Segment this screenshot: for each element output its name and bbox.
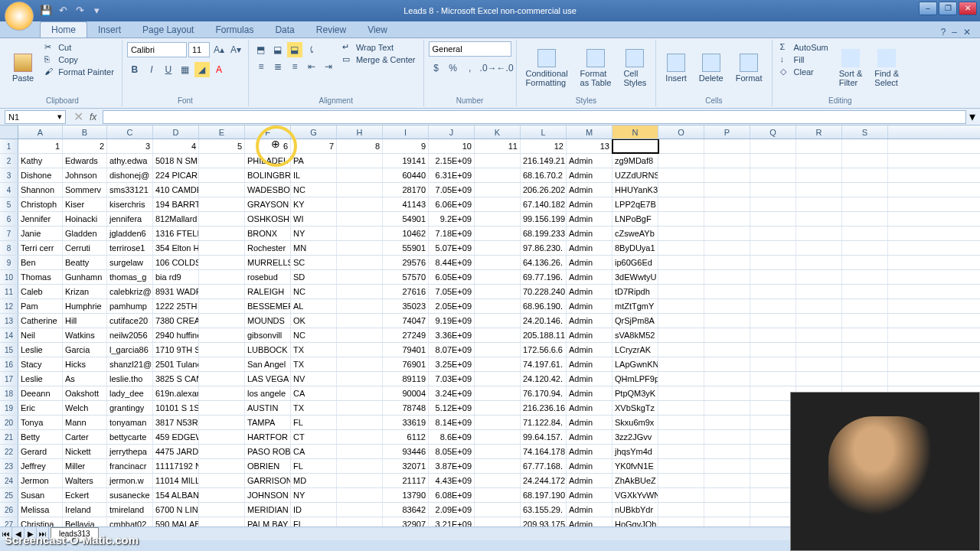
cell[interactable]: jermon.w — [107, 474, 153, 487]
cell[interactable]: Admin — [567, 183, 612, 197]
row-header[interactable]: 17 — [0, 372, 18, 386]
cell[interactable] — [842, 139, 888, 153]
row-header[interactable]: 9 — [0, 256, 18, 269]
cell[interactable] — [750, 241, 796, 255]
col-header-Q[interactable]: Q — [750, 126, 796, 139]
cell[interactable] — [750, 357, 796, 371]
cell[interactable] — [750, 474, 796, 487]
row-header[interactable]: 1 — [0, 139, 18, 153]
cell[interactable]: jhqsYm4d — [612, 445, 658, 458]
cell[interactable] — [658, 197, 704, 211]
cell[interactable] — [750, 139, 796, 153]
cell[interactable]: 3dEWwtyU — [612, 270, 658, 284]
cell[interactable]: TAMPA — [245, 416, 291, 429]
cell[interactable] — [704, 488, 750, 502]
cell[interactable] — [658, 445, 704, 458]
cell[interactable]: 13790 — [383, 488, 429, 502]
cell-styles-button[interactable]: Cell Styles — [619, 41, 651, 95]
cell[interactable] — [337, 183, 383, 197]
cell[interactable]: BRONX — [245, 227, 291, 240]
cell[interactable]: Admin — [567, 314, 612, 328]
cell[interactable]: Admin — [567, 357, 612, 371]
cell[interactable]: 89119 — [383, 372, 429, 386]
cell[interactable]: 24.244.172 — [521, 474, 567, 487]
cell[interactable]: YK0fvN1E — [612, 459, 658, 473]
cell[interactable] — [199, 386, 245, 400]
cell[interactable]: tD7Ripdh — [612, 285, 658, 298]
cell[interactable] — [475, 314, 521, 328]
row-header[interactable]: 24 — [0, 474, 18, 487]
cell[interactable] — [796, 270, 842, 284]
cell[interactable]: 76901 — [383, 357, 429, 371]
cell[interactable]: Jeffrey — [18, 459, 63, 473]
cell[interactable] — [658, 503, 704, 517]
cell[interactable]: Admin — [567, 212, 612, 226]
cell[interactable] — [475, 270, 521, 284]
cell[interactable] — [704, 168, 750, 182]
cell[interactable] — [337, 343, 383, 357]
cell[interactable] — [337, 488, 383, 502]
cell[interactable]: leslie.tho — [107, 372, 153, 386]
cell[interactable]: TX — [291, 343, 337, 357]
cell[interactable]: Thomas — [18, 270, 63, 284]
row-header[interactable]: 19 — [0, 401, 18, 415]
cell[interactable]: UZZdURNS — [612, 168, 658, 182]
cell[interactable] — [796, 154, 842, 168]
cell[interactable] — [475, 503, 521, 517]
min-ribbon-icon[interactable]: – — [952, 27, 957, 37]
cell[interactable]: SC — [291, 256, 337, 269]
merge-center-button[interactable]: ▭Merge & Center — [339, 54, 419, 66]
cell[interactable] — [750, 299, 796, 313]
cell[interactable]: 1222 25TH AVE N — [153, 299, 199, 313]
cell[interactable] — [704, 139, 750, 153]
cell[interactable]: 8.44E+09 — [429, 256, 475, 269]
cell[interactable] — [475, 154, 521, 168]
col-header-D[interactable]: D — [153, 126, 199, 139]
row-header[interactable]: 18 — [0, 386, 18, 400]
row-header[interactable]: 21 — [0, 430, 18, 444]
cell[interactable]: Neil — [18, 328, 63, 342]
cell[interactable] — [750, 212, 796, 226]
cell[interactable] — [842, 314, 888, 328]
cell[interactable]: 8931 WADFORD LAN — [153, 285, 199, 298]
cell[interactable]: tmireland — [107, 503, 153, 517]
indent-inc-icon[interactable]: ⇥ — [321, 59, 336, 74]
cell[interactable]: PHILADEL — [245, 154, 291, 168]
cell[interactable]: ZhAkBUeZ — [612, 474, 658, 487]
cell[interactable]: grantingy — [107, 401, 153, 415]
cell[interactable]: 9.19E+09 — [429, 314, 475, 328]
cell[interactable]: 2.15E+09 — [429, 154, 475, 168]
cell[interactable] — [475, 183, 521, 197]
cell[interactable] — [658, 241, 704, 255]
cell[interactable]: 1316 FTELEY AVE — [153, 227, 199, 240]
cell[interactable]: BOLINGBR — [245, 168, 291, 182]
cell[interactable]: 9.2E+09 — [429, 212, 475, 226]
cell[interactable]: 1 — [18, 139, 63, 153]
cell[interactable]: 68.197.190 — [521, 488, 567, 502]
cell[interactable]: Kathy — [18, 154, 63, 168]
cell[interactable]: Hicks — [63, 357, 107, 371]
cell[interactable]: cutiface20 — [107, 314, 153, 328]
tab-data[interactable]: Data — [264, 22, 305, 37]
cell[interactable] — [796, 168, 842, 182]
cell[interactable] — [199, 474, 245, 487]
cell[interactable] — [199, 328, 245, 342]
comma-icon[interactable]: , — [462, 60, 478, 76]
align-middle-icon[interactable]: ⬓ — [270, 42, 286, 57]
clear-button[interactable]: ◇Clear — [777, 66, 831, 78]
cell[interactable]: 7 — [291, 139, 337, 153]
format-as-table-button[interactable]: Format as Table — [576, 41, 616, 95]
cell[interactable] — [199, 154, 245, 168]
cell[interactable] — [475, 386, 521, 400]
cell[interactable]: los angele — [245, 386, 291, 400]
cell[interactable]: 106 COLDSTREAM CC — [153, 256, 199, 269]
cancel-formula-icon[interactable]: ✕ — [74, 109, 83, 124]
cell[interactable] — [750, 328, 796, 342]
cell[interactable]: 3817 N53RDSTREET — [153, 416, 199, 429]
cell[interactable] — [658, 328, 704, 342]
row-header[interactable]: 3 — [0, 168, 18, 182]
cell[interactable] — [704, 343, 750, 357]
cell[interactable] — [796, 183, 842, 197]
cell[interactable] — [199, 241, 245, 255]
cell[interactable]: 13 — [567, 139, 612, 153]
